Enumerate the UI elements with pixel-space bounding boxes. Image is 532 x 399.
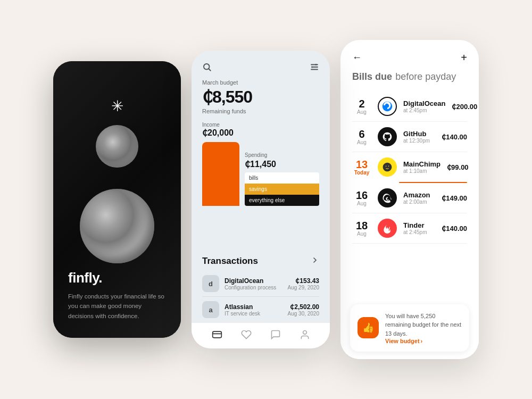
chart-right: Spending ₵11,450 bills savings everythin… xyxy=(245,142,319,206)
bill-date-2: 2 Aug xyxy=(352,98,371,115)
foil-large xyxy=(80,189,154,263)
transactions-header: Transactions xyxy=(192,250,330,271)
footer-arrow-icon: › xyxy=(421,338,423,344)
nav-heart-icon[interactable] xyxy=(241,329,252,342)
bill-date-6: 6 Aug xyxy=(352,129,371,145)
bill-amount-do: ₵200.00 xyxy=(452,103,477,111)
svg-point-6 xyxy=(315,64,317,65)
view-budget-link[interactable]: View budget › xyxy=(385,338,462,344)
footer-message-area: You will have 5,250 remaining budget for… xyxy=(385,312,462,345)
bill-info-tinder: Tinder at 2:45pm xyxy=(403,221,435,235)
digitalocean-icon xyxy=(378,97,397,116)
chart-bar-income xyxy=(202,142,239,206)
bill-info-mainchimp: MainChimp at 1:10am xyxy=(403,160,440,174)
brand-tagline: Finfly conducts your financial life so y… xyxy=(68,292,166,321)
transaction-item-1[interactable]: d DigitalOcean Configuration process ₵15… xyxy=(192,271,330,296)
income-row: Income ₵20,000 xyxy=(202,122,319,138)
txn-right-2: ₵2,502.00 Aug 30, 2020 xyxy=(288,303,320,317)
bill-info-do: DigitalOcean at 2:45pm xyxy=(403,99,445,113)
svg-point-4 xyxy=(311,66,313,68)
txn-amount-1: ₵153.43 xyxy=(288,277,320,285)
search-icon[interactable] xyxy=(202,62,212,74)
svg-point-9 xyxy=(303,331,306,335)
footer-message: You will have 5,250 remaining budget for… xyxy=(385,312,462,338)
asterisk-icon: ✳ xyxy=(111,97,123,115)
bills-title-bold: Bills due xyxy=(352,71,392,82)
amazon-icon xyxy=(378,188,397,207)
legend-bills: bills xyxy=(245,172,319,184)
bill-amount-mainchimp: ₵99.00 xyxy=(447,163,469,171)
footer-card: 👍 You will have 5,250 remaining budget f… xyxy=(350,304,469,352)
txn-sub-2: IT service desk xyxy=(225,311,282,317)
screen-intro: ✳ finfly. Finfly conducts your financial… xyxy=(53,61,181,338)
txn-date-1: Aug 29, 2020 xyxy=(288,285,320,290)
screen-bills: ← + Bills due before payday 2 Aug xyxy=(340,40,479,359)
txn-name-1: DigitalOcean xyxy=(225,277,282,285)
intro-content: finfly. Finfly conducts your financial l… xyxy=(68,270,166,321)
bill-item-mainchimp[interactable]: 13 Today MainChimp at 1:10am ₵99.00 xyxy=(352,152,467,182)
bills-title-row: Bills due before payday xyxy=(340,69,479,92)
spending-label: Spending xyxy=(245,152,319,158)
budget-nav xyxy=(192,322,330,348)
transactions-arrow-icon[interactable] xyxy=(311,256,319,267)
bill-amount-github: ₵140.00 xyxy=(442,133,467,141)
nav-card-icon[interactable] xyxy=(212,329,222,342)
nav-chat-icon[interactable] xyxy=(270,329,281,342)
bill-item-amazon[interactable]: 16 Aug Amazon at 2:00am ₵149.00 xyxy=(352,183,467,213)
budget-main: March budget ₵8,550 Remaining funds Inco… xyxy=(192,79,330,250)
txn-sub-1: Configuration process xyxy=(225,285,282,290)
txn-date-2: Aug 30, 2020 xyxy=(288,311,320,317)
screen-budget: March budget ₵8,550 Remaining funds Inco… xyxy=(192,51,330,348)
transaction-item-2[interactable]: a Atlassian IT service desk ₵2,502.00 Au… xyxy=(192,297,330,322)
txn-icon-digitalocean: d xyxy=(202,275,219,292)
txn-amount-2: ₵2,502.00 xyxy=(288,303,320,311)
income-label: Income xyxy=(202,122,234,128)
bill-date-16: 16 Aug xyxy=(352,190,371,206)
brand-name: finfly. xyxy=(68,270,166,286)
bill-date-18: 18 Aug xyxy=(352,220,371,237)
txn-icon-atlassian: a xyxy=(202,301,219,318)
filter-icon[interactable] xyxy=(310,62,319,74)
bills-footer: 👍 You will have 5,250 remaining budget f… xyxy=(340,297,479,360)
bill-item-digitalocean[interactable]: 2 Aug DigitalOcean at 2:45pm ₵200.00 xyxy=(352,92,467,122)
txn-info-2: Atlassian IT service desk xyxy=(225,303,282,317)
foil-small xyxy=(96,125,138,168)
bills-title-light: before payday xyxy=(395,71,456,82)
bill-info-github: GitHub at 12:30pm xyxy=(403,130,435,144)
bill-item-tinder[interactable]: 18 Aug Tinder at 2:45pm ₵140.00 xyxy=(352,213,467,244)
legend-everything: everything else xyxy=(245,195,319,206)
bills-title: Bills due before payday xyxy=(352,69,467,83)
mailchimp-icon xyxy=(378,157,397,177)
bill-amount-amazon: ₵149.00 xyxy=(442,194,467,202)
transactions-title: Transactions xyxy=(202,256,258,267)
remaining-label: Remaining funds xyxy=(202,108,319,114)
budget-header xyxy=(192,51,330,79)
bill-info-amazon: Amazon at 2:00am xyxy=(403,191,435,205)
spending-amount: ₵11,450 xyxy=(245,159,319,169)
svg-rect-7 xyxy=(212,331,221,338)
txn-right-1: ₵153.43 Aug 29, 2020 xyxy=(288,277,320,290)
bills-list: 2 Aug DigitalOcean at 2:45pm ₵200.00 6 xyxy=(340,92,479,297)
legend-savings: savings xyxy=(245,184,319,195)
back-icon[interactable]: ← xyxy=(352,52,362,63)
txn-name-2: Atlassian xyxy=(225,303,282,311)
txn-info-1: DigitalOcean Configuration process xyxy=(225,277,282,290)
thumbs-up-icon: 👍 xyxy=(358,317,379,338)
budget-amount: ₵8,550 xyxy=(202,87,319,107)
nav-profile-icon[interactable] xyxy=(300,329,310,342)
period-label: March budget xyxy=(202,79,319,86)
github-icon xyxy=(378,127,397,146)
income-amount: ₵20,000 xyxy=(202,128,234,138)
bills-header: ← + xyxy=(340,40,479,69)
svg-line-1 xyxy=(209,69,210,70)
screens-container: ✳ finfly. Finfly conducts your financial… xyxy=(53,40,479,359)
plus-icon[interactable]: + xyxy=(461,52,467,64)
tinder-icon xyxy=(378,219,397,238)
bill-date-13: 13 Today xyxy=(352,159,371,176)
bill-item-github[interactable]: 6 Aug GitHub at 12:30pm ₵140.00 xyxy=(352,122,467,152)
chart-area: Spending ₵11,450 bills savings everythin… xyxy=(202,142,319,206)
bill-amount-tinder: ₵140.00 xyxy=(442,225,467,232)
